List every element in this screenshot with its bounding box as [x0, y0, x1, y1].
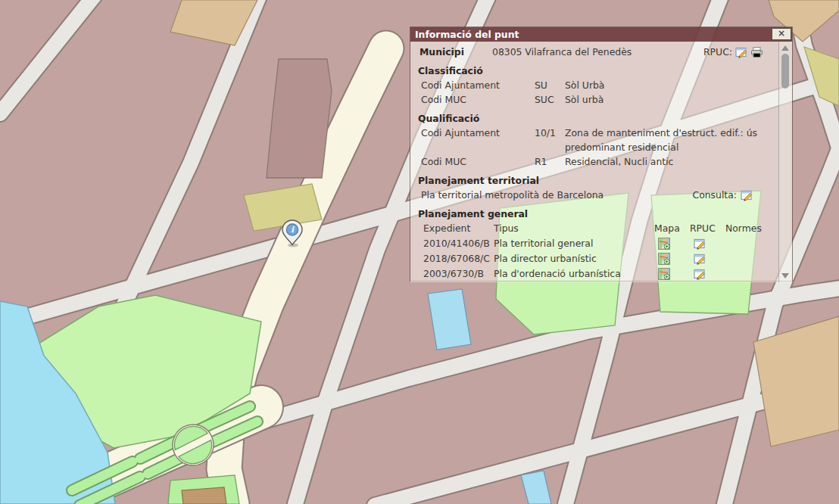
row-code: 10/1	[535, 126, 565, 154]
col-mapa: Mapa	[654, 221, 690, 236]
plan-tipus: Pla territorial general	[494, 236, 654, 251]
document-edit-icon[interactable]	[694, 253, 706, 265]
qualificacio-heading: Qualificació	[418, 111, 774, 126]
general-table: Expedient Tipus Mapa RPUC Normes 2010/41…	[418, 221, 774, 282]
plan-row: 2018/67068/C Pla director urbanístic	[423, 251, 774, 266]
territorial-heading: Planejament territorial	[418, 173, 774, 188]
document-edit-icon[interactable]	[694, 268, 706, 280]
consulta-label: Consulta:	[693, 188, 737, 202]
row-desc: Sòl urbà	[565, 92, 774, 107]
gis-viewer: i Informació del punt × Municipi 08305 V…	[0, 0, 839, 504]
row-label: Codi Ajuntament	[421, 126, 535, 154]
info-marker-pin[interactable]: i	[281, 219, 304, 248]
qualificacio-row: Codi Ajuntament 10/1 Zona de manteniment…	[418, 126, 774, 154]
plan-row: 2003/6730/B Pla d'ordenació urbanística	[423, 266, 774, 282]
row-code: SUC	[535, 92, 565, 107]
plan-expedient: 2010/41406/B	[423, 236, 494, 251]
document-edit-icon[interactable]	[694, 238, 706, 250]
plan-row: 2010/41406/B Pla territorial general	[423, 236, 774, 251]
scroll-down-icon[interactable]	[781, 273, 789, 278]
map-link-icon[interactable]	[658, 238, 670, 250]
popup-title-text: Informació del punt	[415, 29, 519, 40]
scrollbar-thumb[interactable]	[781, 54, 789, 89]
municipi-label: Municipi	[420, 45, 492, 59]
document-edit-icon[interactable]	[735, 46, 747, 58]
row-code: SU	[535, 78, 565, 92]
col-expedient: Expedient	[423, 221, 494, 236]
rpuc-label: RPUC:	[703, 45, 732, 59]
plan-expedient: 2018/67068/C	[423, 251, 494, 266]
close-icon: ×	[778, 28, 785, 39]
consulta-group: Consulta:	[693, 188, 753, 202]
territorial-row: Pla territorial metropolità de Barcelona…	[418, 188, 774, 202]
classificacio-row: Codi MUC SUC Sòl urbà	[418, 92, 774, 107]
col-rpuc: RPUC	[690, 221, 725, 236]
col-tipus: Tipus	[494, 221, 654, 236]
plan-tipus: Pla director urbanístic	[494, 251, 654, 266]
map-link-icon[interactable]	[658, 268, 670, 280]
popup-body: Municipi 08305 Vilafranca del Penedès RP…	[410, 42, 792, 282]
close-button[interactable]: ×	[772, 28, 791, 40]
territorial-plan: Pla territorial metropolità de Barcelona	[421, 188, 604, 202]
row-label: Codi Ajuntament	[421, 78, 535, 92]
general-heading: Planejament general	[418, 207, 774, 221]
printer-icon[interactable]	[750, 46, 763, 58]
row-desc: Sòl Urbà	[565, 78, 774, 92]
scroll-up-icon[interactable]	[781, 45, 789, 51]
classificacio-row: Codi Ajuntament SU Sòl Urbà	[418, 78, 774, 92]
municipi-row: Municipi 08305 Vilafranca del Penedès RP…	[418, 45, 774, 59]
map-link-icon[interactable]	[658, 253, 670, 265]
document-edit-icon[interactable]	[741, 189, 753, 201]
general-table-header: Expedient Tipus Mapa RPUC Normes	[423, 221, 774, 236]
municipi-value: 08305 Vilafranca del Penedès	[492, 45, 632, 59]
row-code: R1	[535, 154, 565, 169]
popup-titlebar[interactable]: Informació del punt ×	[410, 27, 792, 42]
row-desc: Residencial, Nucli antic	[565, 154, 774, 169]
qualificacio-row: Codi MUC R1 Residencial, Nucli antic	[418, 154, 774, 169]
col-normes: Normes	[725, 221, 763, 236]
plan-expedient: 2003/6730/B	[423, 266, 494, 282]
row-desc: Zona de manteniment d'estruct. edif.: ús…	[565, 126, 774, 154]
popup-scrollbar[interactable]	[778, 42, 792, 282]
plan-tipus: Pla d'ordenació urbanística	[494, 266, 654, 282]
row-label: Codi MUC	[421, 92, 535, 107]
row-label: Codi MUC	[421, 154, 535, 169]
info-popup: Informació del punt × Municipi 08305 Vil…	[410, 26, 793, 282]
rpuc-group: RPUC:	[703, 45, 763, 59]
classificacio-heading: Classificació	[418, 64, 774, 78]
